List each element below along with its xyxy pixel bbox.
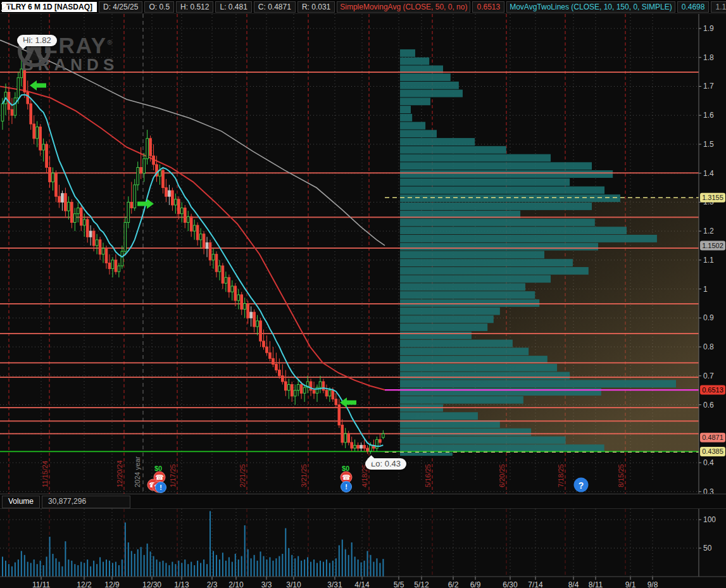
date-tick-label: 4/14 <box>354 580 370 588</box>
expiration-label: 7/18/25 <box>557 464 565 487</box>
date-tick-label: 2/3 <box>207 580 218 588</box>
date-tick-label: 8/4 <box>568 580 579 588</box>
expiration-label: 6/20/25 <box>498 464 506 487</box>
expiration-labels: 11/15/2412/20/241/17/252/21/253/21/254/1… <box>41 456 625 487</box>
price-tick-label: 0.3 <box>703 487 714 494</box>
price-tick-label: 1.4 <box>703 169 714 178</box>
price-tick-label: 0.6 <box>703 401 714 410</box>
ohlc-field: O: 0.5 <box>144 1 174 13</box>
sma50-line <box>0 86 385 390</box>
mavg-value-2: 1.1502 <box>711 1 726 13</box>
date-tick-label: 3/3 <box>261 580 272 588</box>
date-tick-label: 9/1 <box>625 580 636 588</box>
expiration-label: 5/16/25 <box>424 464 432 487</box>
ohlc-field: C: 0.4871 <box>254 1 296 13</box>
price-tick-label: 0.8 <box>703 342 714 351</box>
earnings-icon[interactable]: ! <box>155 482 166 493</box>
price-badge-label: 0.4385 <box>702 447 723 455</box>
date-tick-label: 9/8 <box>648 580 658 588</box>
price-tick-label: 1.9 <box>703 24 714 33</box>
candlesticks <box>1 52 384 454</box>
date-tick-label: 6/30 <box>503 580 518 588</box>
help-icon[interactable]: ? <box>574 478 589 492</box>
volume-tick-label: 50 <box>703 544 712 553</box>
date-tick-label: 7/14 <box>528 580 543 588</box>
date-tick-label: 3/31 <box>327 580 342 588</box>
price-badge-label: 1.1502 <box>702 242 723 249</box>
price-tick-label: 1.2 <box>703 227 714 235</box>
volume-gridlines <box>0 509 699 577</box>
date-tick-label: 11/11 <box>32 580 51 588</box>
price-tick-label: 1.1 <box>703 256 714 265</box>
expiration-label: 8/15/25 <box>617 464 625 487</box>
date-tick-label: 6/2 <box>448 580 459 588</box>
ohlc-field: H: 0.512 <box>176 1 213 13</box>
date-tick-label: 12/2 <box>77 580 92 588</box>
sma-study-label[interactable]: SimpleMovingAvg (CLOSE, 50, 0, no) <box>337 1 470 13</box>
date-tick-label: 8/11 <box>589 580 603 588</box>
volume-pane-header: Volume 30,877,296 <box>0 494 726 509</box>
main-chart-canvas[interactable]: 11/15/2412/20/241/17/252/21/253/21/254/1… <box>0 14 726 494</box>
date-tick-label: 6/9 <box>470 580 481 588</box>
volume-pane-title[interactable]: Volume <box>2 496 40 508</box>
high-price-tooltip: Hi: 1.82 <box>17 35 57 46</box>
expiration-label: 1/17/25 <box>169 464 177 487</box>
volume-chart-canvas[interactable]: 1005011/1112/212/912/301/132/32/103/33/1… <box>0 509 726 588</box>
trading-platform-window: TLRY 6 M 1D [NASDAQ] D: 4/25/25O: 0.5H: … <box>0 0 726 588</box>
volume-axis: 10050 <box>699 509 716 577</box>
price-tick-label: 1.6 <box>703 111 714 120</box>
symbol-box[interactable]: TLRY 6 M 1D [NASDAQ] <box>2 2 97 12</box>
volume-tick-label: 100 <box>703 515 716 524</box>
expiration-label: 2/21/25 <box>239 464 246 487</box>
date-tick-label: 12/9 <box>104 580 120 588</box>
price-axis[interactable]: 1.91.81.71.61.51.41.31.21.110.90.80.70.6… <box>699 14 725 494</box>
price-tick-label: 0.4 <box>703 458 714 467</box>
chart-header: TLRY 6 M 1D [NASDAQ] D: 4/25/25O: 0.5H: … <box>0 0 726 14</box>
earnings-icon[interactable]: ! <box>341 481 352 492</box>
price-tick-label: 1 <box>703 285 708 294</box>
volume-bars <box>2 511 384 577</box>
signal-arrows <box>30 80 356 408</box>
date-tick-label: 3/10 <box>286 580 301 588</box>
curve-between-lines-icon <box>0 3 13 11</box>
ohlc-field: R: 0.031 <box>297 1 335 13</box>
ohlc-field: D: 4/25/25 <box>99 1 142 13</box>
price-tick-label: 1.8 <box>703 53 714 62</box>
volume-value: 30,877,296 <box>42 496 130 508</box>
date-tick-label: 12/30 <box>142 580 161 588</box>
ohlc-cells: D: 4/25/25O: 0.5H: 0.512L: 0.481C: 0.487… <box>99 1 335 13</box>
mavg-value-1: 0.4698 <box>677 1 710 13</box>
price-tick-label: 1.7 <box>703 82 714 91</box>
price-tick-label: 0.9 <box>703 313 714 322</box>
ohlc-field: L: 0.481 <box>215 1 251 13</box>
time-axis: 11/1112/212/912/301/132/32/103/33/103/31… <box>0 577 726 588</box>
expiration-label: 11/15/24 <box>41 461 49 487</box>
price-badge-label: 0.4871 <box>702 434 723 441</box>
price-badge-label: 0.6513 <box>702 386 723 394</box>
year-label: 2024 year <box>134 456 141 487</box>
date-tick-label: 5/5 <box>394 580 404 588</box>
expiration-label: 12/20/24 <box>116 460 123 487</box>
sma-study-value: 0.6513 <box>472 1 504 13</box>
date-tick-label: 5/12 <box>414 580 429 588</box>
price-tick-label: 0.7 <box>703 372 714 380</box>
price-badge-label: 1.3155 <box>702 194 723 201</box>
date-tick-label: 1/13 <box>174 580 189 588</box>
expiration-label: 3/21/25 <box>300 464 308 487</box>
price-tick-label: 1.5 <box>703 140 714 149</box>
date-tick-label: 2/10 <box>228 580 244 588</box>
mavg-study-label[interactable]: MovAvgTwoLines (CLOSE, 10, 150, 0, SIMPL… <box>506 1 675 13</box>
low-price-tooltip: Lo: 0.43 <box>365 458 406 470</box>
